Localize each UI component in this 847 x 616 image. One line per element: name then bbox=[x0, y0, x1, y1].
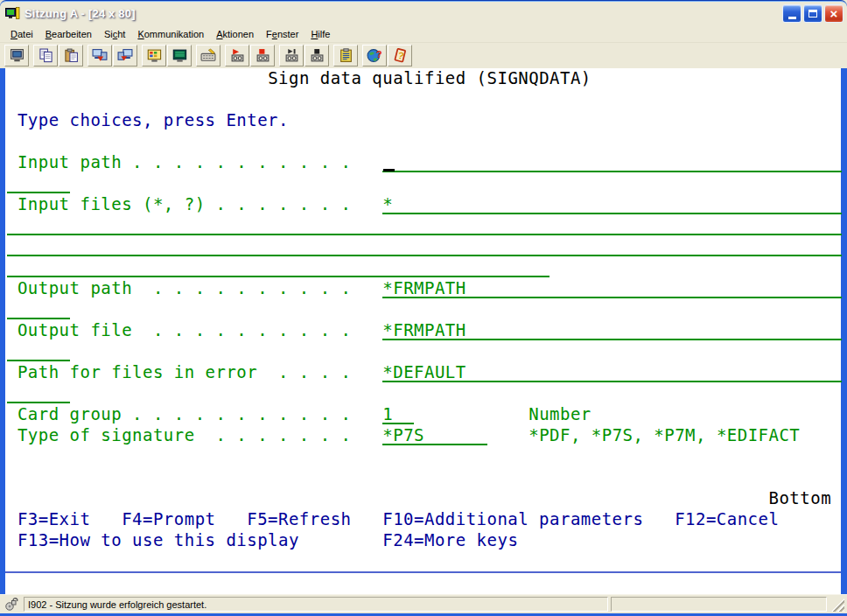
maximize-button[interactable] bbox=[803, 4, 822, 23]
connection-status-icon bbox=[4, 597, 21, 612]
title-bar: Sitzung A - [24 x 80] × bbox=[0, 0, 847, 26]
signature-type-hint: *PDF, *P7S, *P7M, *EDIFACT bbox=[528, 426, 800, 445]
paste-button[interactable] bbox=[59, 45, 83, 66]
card-group-hint: Number bbox=[528, 405, 592, 424]
oia-separator bbox=[5, 571, 841, 573]
clipboard-icon bbox=[339, 48, 354, 63]
play-macro-icon bbox=[230, 48, 245, 63]
input-path-field[interactable] bbox=[382, 153, 842, 172]
copy-icon bbox=[38, 48, 53, 63]
record-macro-button[interactable] bbox=[250, 45, 275, 66]
clipboard-button[interactable] bbox=[333, 45, 358, 66]
output-file-field-cont[interactable] bbox=[7, 342, 70, 361]
card-group-label: Card group . . . . . . . . . . . bbox=[18, 405, 352, 424]
output-path-field-cont[interactable] bbox=[7, 300, 70, 319]
input-files-field-cont[interactable] bbox=[7, 216, 842, 235]
color-setup-button[interactable] bbox=[142, 45, 166, 66]
keyboard-setup-button[interactable] bbox=[196, 45, 220, 66]
status-message: I902 - Sitzung wurde erfolgreich gestart… bbox=[28, 599, 206, 610]
session-jump-button[interactable] bbox=[4, 45, 29, 66]
help-icon: ? bbox=[393, 48, 408, 63]
menu-kommunikation[interactable]: Kommunikation bbox=[131, 27, 210, 42]
function-keys-line-2: F13=How to use this display bbox=[18, 531, 299, 550]
minimize-button[interactable] bbox=[782, 4, 802, 23]
input-path-label: Input path . . . . . . . . . . . bbox=[18, 153, 352, 172]
menu-hilfe[interactable]: Hilfe bbox=[304, 27, 336, 42]
minimize-icon bbox=[788, 17, 796, 19]
close-icon: × bbox=[830, 7, 838, 20]
error-path-label: Path for files in error . . . . bbox=[18, 363, 352, 382]
menu-bar: DateiBearbeitenSichtKommunikationAktione… bbox=[0, 26, 847, 43]
screen-title: Sign data qualified (SIGNQDATA) bbox=[268, 69, 592, 88]
step-macro-icon bbox=[284, 48, 299, 63]
receive-file-button[interactable] bbox=[113, 45, 137, 66]
send-file-button[interactable] bbox=[88, 45, 112, 66]
stop-macro-icon bbox=[310, 48, 325, 63]
output-path-label: Output path . . . . . . . . . . bbox=[18, 279, 352, 298]
text-cursor bbox=[383, 169, 395, 172]
record-macro-icon bbox=[256, 48, 270, 63]
status-bar: I902 - Sitzung wurde erfolgreich gestart… bbox=[0, 594, 847, 613]
help-button[interactable]: ? bbox=[388, 45, 412, 66]
window-title: Sitzung A - [24 x 80] bbox=[24, 7, 782, 20]
window-controls: × bbox=[782, 4, 844, 23]
status-secondary-panel bbox=[611, 597, 827, 612]
app-icon bbox=[5, 6, 20, 21]
terminal-area: Sign data qualified (SIGNQDATA)Type choi… bbox=[0, 68, 847, 594]
close-button[interactable]: × bbox=[824, 4, 844, 23]
function-keys-line-2: F24=More keys bbox=[382, 531, 518, 550]
stop-macro-button[interactable] bbox=[304, 45, 329, 66]
globe-help-icon: ? bbox=[367, 48, 382, 63]
output-file-label: Output file . . . . . . . . . . bbox=[18, 321, 352, 340]
terminal-screen[interactable]: Sign data qualified (SIGNQDATA)Type choi… bbox=[5, 68, 841, 572]
error-path-field-cont[interactable] bbox=[7, 384, 70, 403]
status-message-panel: I902 - Sitzung wurde erfolgreich gestart… bbox=[24, 597, 608, 612]
terminal-icon bbox=[10, 48, 24, 63]
signature-type-field[interactable]: *P7S bbox=[382, 426, 486, 445]
web-help-button[interactable]: ? bbox=[362, 45, 387, 66]
menu-bearbeiten[interactable]: Bearbeiten bbox=[39, 27, 98, 42]
svg-text:?: ? bbox=[376, 48, 382, 60]
resize-grip[interactable] bbox=[831, 598, 844, 612]
maximize-icon bbox=[808, 10, 817, 18]
bottom-indicator: Bottom bbox=[769, 489, 832, 508]
menu-sicht[interactable]: Sicht bbox=[98, 27, 131, 42]
display-setup-button[interactable] bbox=[167, 45, 192, 66]
step-macro-button[interactable] bbox=[279, 45, 304, 66]
output-file-field[interactable]: *FRMPATH bbox=[382, 321, 842, 340]
signature-type-label: Type of signature . . . . . . . bbox=[18, 426, 352, 445]
instruction-line: Type choices, press Enter. bbox=[18, 111, 289, 130]
color-display-icon bbox=[147, 48, 162, 63]
input-files-field-cont[interactable] bbox=[7, 237, 842, 256]
app-window: Sitzung A - [24 x 80] × DateiBearbeitenS… bbox=[0, 0, 847, 616]
menu-aktionen[interactable]: Aktionen bbox=[210, 27, 260, 42]
menu-fenster[interactable]: Fenster bbox=[260, 27, 304, 42]
paste-icon bbox=[64, 48, 79, 63]
play-macro-button[interactable] bbox=[225, 45, 249, 66]
input-path-field-cont[interactable] bbox=[7, 174, 70, 193]
svg-text:?: ? bbox=[396, 50, 405, 61]
toolbar: ?? bbox=[0, 43, 847, 68]
copy-button[interactable] bbox=[33, 45, 58, 66]
green-display-icon bbox=[172, 48, 187, 63]
input-files-label: Input files (*, ?) . . . . . . . bbox=[18, 195, 352, 214]
receive-file-icon bbox=[117, 48, 133, 63]
input-files-field-cont[interactable] bbox=[7, 258, 550, 277]
output-path-field[interactable]: *FRMPATH bbox=[382, 279, 842, 298]
send-file-icon bbox=[92, 48, 108, 63]
card-group-field[interactable]: 1 bbox=[382, 405, 414, 424]
input-files-field[interactable]: * bbox=[382, 195, 842, 214]
error-path-field[interactable]: *DEFAULT bbox=[382, 363, 842, 382]
function-keys-line-1: F3=Exit F4=Prompt F5=Refresh F10=Additio… bbox=[18, 510, 779, 529]
menu-datei[interactable]: Datei bbox=[4, 27, 39, 42]
keyboard-icon bbox=[200, 48, 216, 63]
